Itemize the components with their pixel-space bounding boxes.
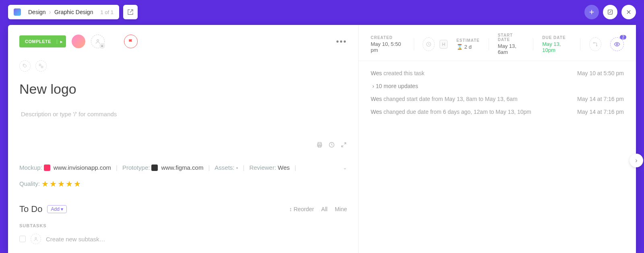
breadcrumb-current[interactable]: Graphic Design xyxy=(51,9,97,15)
assets-value[interactable]: - xyxy=(236,162,238,173)
more-options-icon[interactable]: ••• xyxy=(336,37,347,46)
breadcrumb[interactable]: Design › Graphic Design 1 of 1 xyxy=(8,5,119,19)
due-date-label: DUE DATE xyxy=(542,35,571,40)
watchers-count: 2 xyxy=(620,35,626,39)
expand-icon[interactable] xyxy=(341,142,347,148)
activity-row: Wes created this task May 10 at 5:50 pm xyxy=(371,67,624,80)
complete-button[interactable]: COMPLETE ▸ xyxy=(19,35,66,47)
start-date-value[interactable]: May 13, 6am xyxy=(498,43,524,55)
filter-all[interactable]: All xyxy=(321,206,328,212)
created-label: CREATED xyxy=(371,35,405,40)
add-dependency-button[interactable] xyxy=(35,60,47,72)
prototype-label: Prototype: xyxy=(122,162,150,173)
watchers-button[interactable] xyxy=(610,37,624,51)
activity-time: May 14 at 7:16 pm xyxy=(577,109,624,115)
breadcrumb-root[interactable]: Design xyxy=(25,9,49,15)
mockup-value[interactable]: www.invisionapp.com xyxy=(54,162,111,173)
reviewer-value[interactable]: Wes xyxy=(278,162,290,173)
add-todo-button[interactable]: Add ▾ xyxy=(47,205,67,213)
svg-rect-4 xyxy=(41,66,43,68)
quality-stars[interactable]: ★★★★★ xyxy=(41,178,82,189)
hours-badge: H xyxy=(440,40,447,49)
add-tag-button[interactable] xyxy=(19,60,31,72)
custom-fields: Mockup: www.invisionapp.com | Prototype:… xyxy=(19,162,347,189)
activity-time: May 14 at 7:16 pm xyxy=(577,96,624,102)
open-in-new-icon[interactable] xyxy=(123,5,138,19)
priority-flag-icon[interactable] xyxy=(124,35,138,48)
reorder-button[interactable]: ↕ Reorder xyxy=(289,206,314,212)
filter-mine[interactable]: Mine xyxy=(335,206,347,212)
subtask-checkbox[interactable] xyxy=(19,236,26,242)
complete-dropdown-icon[interactable]: ▸ xyxy=(57,39,66,44)
reviewer-label: Reviewer: xyxy=(249,162,276,173)
estimate-label: ESTIMATE xyxy=(456,38,480,43)
todo-title: To Do xyxy=(19,204,42,214)
prototype-value[interactable]: www.figma.com xyxy=(161,162,203,173)
history-icon[interactable] xyxy=(328,142,335,148)
svg-rect-3 xyxy=(39,64,41,66)
complete-label: COMPLETE xyxy=(19,39,57,44)
subtask-assignee-button[interactable] xyxy=(31,234,41,244)
show-more-updates[interactable]: › 10 more updates xyxy=(371,80,624,93)
activity-row: Wes changed start date from May 13, 8am … xyxy=(371,93,624,105)
svg-point-11 xyxy=(593,42,594,43)
svg-point-9 xyxy=(35,237,37,239)
svg-point-1 xyxy=(97,39,99,41)
close-button[interactable] xyxy=(621,5,636,19)
svg-point-2 xyxy=(24,65,24,65)
print-icon[interactable] xyxy=(316,142,323,148)
app-logo-icon xyxy=(14,8,21,16)
svg-point-12 xyxy=(596,45,597,46)
git-button[interactable] xyxy=(589,37,601,51)
invision-icon xyxy=(44,165,50,171)
activity-feed: Wes created this task May 10 at 5:50 pm … xyxy=(359,61,636,124)
breadcrumb-position: 1 of 1 xyxy=(100,9,114,15)
assets-label: Assets: xyxy=(215,162,234,173)
assignee-avatar[interactable] xyxy=(72,35,85,48)
task-title[interactable]: New logo xyxy=(19,81,347,97)
add-assignee-button[interactable] xyxy=(91,35,105,48)
created-value: May 10, 5:50 pm xyxy=(371,41,405,53)
mockup-label: Mockup: xyxy=(19,162,42,173)
subtasks-label: SUBTASKS xyxy=(19,223,347,228)
next-task-button[interactable]: › xyxy=(630,154,643,167)
time-tracked-button[interactable] xyxy=(423,37,435,51)
quality-label: Quality: xyxy=(19,178,40,189)
description-input[interactable]: Description or type '/' for commands xyxy=(21,111,347,117)
due-date-value[interactable]: May 13, 10pm xyxy=(542,41,571,53)
fields-collapse-icon[interactable]: ⌄ xyxy=(343,162,347,173)
new-subtask-input[interactable]: Create new subtask… xyxy=(46,236,105,243)
activity-time: May 10 at 5:50 pm xyxy=(577,70,624,76)
minimize-button[interactable] xyxy=(603,5,617,19)
figma-icon xyxy=(151,165,158,171)
start-date-label: START DATE xyxy=(498,33,524,42)
estimate-value[interactable]: ⌛ 2 d xyxy=(456,44,480,50)
svg-point-13 xyxy=(616,43,618,45)
activity-row: Wes changed due date from 6 days ago, 12… xyxy=(371,105,624,118)
add-button[interactable] xyxy=(584,5,599,19)
